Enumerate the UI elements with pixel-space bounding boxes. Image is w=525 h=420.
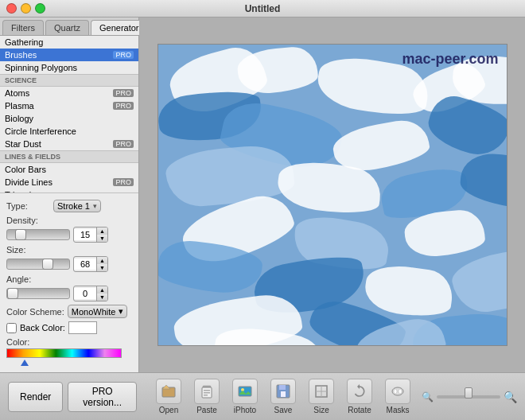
color-scheme-value: MonoWhite [72, 307, 116, 317]
zoom-thumb[interactable] [465, 387, 472, 399]
toolbar-save[interactable]: Save [266, 377, 301, 416]
left-panel: Filters Quartz Generators Gathering Brus… [0, 18, 139, 372]
tab-quartz[interactable]: Quartz [45, 20, 89, 35]
back-color-swatch[interactable] [68, 321, 97, 334]
angle-slider[interactable] [6, 288, 70, 299]
list-item-biology[interactable]: Biology [0, 112, 138, 125]
section-science: SCIENCE [0, 74, 138, 87]
pro-badge: PRO [113, 51, 134, 59]
list-item-gathering[interactable]: Gathering [0, 36, 138, 49]
toolbar-rotate[interactable]: Rotate [342, 377, 377, 416]
minimize-button[interactable] [21, 3, 31, 14]
open-label: Open [159, 406, 178, 414]
toolbar-paste[interactable]: Paste [189, 377, 224, 416]
back-color-label[interactable]: Back Color: [6, 323, 65, 333]
color-scheme-row: Color Scheme: MonoWhite ▾ [6, 305, 132, 318]
density-up[interactable]: ▲ [96, 228, 107, 235]
zoom-bar: 🔍 🔍 [422, 391, 517, 403]
list-item-plasma[interactable]: Plasma PRO [0, 99, 138, 112]
list-item-color-bars[interactable]: Color Bars [0, 163, 138, 176]
color-section: Color: [6, 337, 132, 366]
iphoto-label: iPhoto [234, 406, 256, 414]
size-up[interactable]: ▲ [96, 257, 107, 264]
density-slider[interactable] [6, 229, 70, 240]
list-item-atoms[interactable]: Atoms PRO [0, 87, 138, 99]
angle-row: 0 ▲ ▼ [6, 286, 132, 301]
color-gradient-bar[interactable] [6, 348, 122, 358]
type-label: Type: [6, 201, 50, 211]
list-item-spinning-polygons[interactable]: Spinning Polygons [0, 61, 138, 74]
toolbar-open[interactable]: Open [151, 377, 186, 416]
pro-badge-divide: PRO [113, 178, 134, 186]
list-item-brushes[interactable]: Brushes PRO [0, 49, 138, 61]
angle-up[interactable]: ▲ [96, 286, 107, 294]
density-stepper: 15 ▲ ▼ [73, 227, 108, 243]
list-item-star-dust[interactable]: Star Dust PRO [0, 138, 138, 150]
canvas-preview: mac-peer.com [158, 44, 508, 346]
svg-marker-16 [357, 384, 360, 389]
svg-rect-6 [204, 395, 208, 396]
list-item-circle-interference[interactable]: Circle Interference [0, 125, 138, 138]
render-button[interactable]: Render [8, 382, 63, 412]
svg-rect-5 [204, 392, 210, 394]
pro-badge-stardust: PRO [113, 140, 134, 148]
size-label: Size: [6, 245, 132, 255]
paste-icon [194, 379, 220, 404]
close-button[interactable] [6, 3, 17, 14]
paste-label: Paste [196, 406, 217, 414]
type-row: Type: Stroke 1 ▾ [6, 200, 132, 212]
size-icon [309, 379, 334, 404]
chevron-down-icon: ▾ [93, 202, 97, 210]
open-icon [156, 379, 181, 404]
rotate-icon [347, 379, 372, 404]
svg-point-18 [394, 389, 397, 394]
toolbar-masks[interactable]: Masks [380, 377, 415, 416]
angle-stepper: 0 ▲ ▼ [73, 286, 108, 301]
window-controls[interactable] [6, 3, 45, 14]
toolbar-size[interactable]: Size [304, 377, 339, 416]
tab-filters[interactable]: Filters [2, 20, 44, 35]
zoom-out-icon: 🔍 [422, 391, 434, 402]
list-item-divide-lines[interactable]: Divide Lines PRO [0, 176, 138, 189]
pro-badge-plasma: PRO [113, 102, 134, 110]
action-buttons: Render PRO version... [8, 382, 137, 412]
watermark-text: mac-peer.com [402, 51, 498, 68]
density-value: 15 [74, 229, 96, 240]
size-row: 68 ▲ ▼ [6, 256, 132, 272]
masks-label: Masks [387, 406, 410, 414]
size-stepper: 68 ▲ ▼ [73, 256, 108, 272]
section-lines: LINES & FIELDS [0, 150, 138, 163]
window-title: Untitled [245, 3, 281, 14]
back-color-row: Back Color: [6, 321, 132, 334]
title-bar: Untitled [0, 0, 525, 18]
chevron-down-icon: ▾ [119, 306, 123, 317]
density-row: 15 ▲ ▼ [6, 227, 132, 243]
type-select[interactable]: Stroke 1 ▾ [53, 200, 101, 212]
density-label: Density: [6, 216, 132, 225]
angle-value: 0 [74, 288, 96, 299]
density-down[interactable]: ▼ [96, 235, 107, 242]
gradient-pointer [21, 360, 29, 366]
svg-point-19 [399, 389, 402, 394]
size-down[interactable]: ▼ [96, 264, 107, 271]
color-scheme-select[interactable]: MonoWhite ▾ [68, 305, 128, 318]
main-layout: Filters Quartz Generators Gathering Brus… [0, 18, 525, 372]
color-scheme-label: Color Scheme: [6, 307, 64, 317]
toolbar-iphoto[interactable]: iPhoto [228, 377, 262, 416]
svg-rect-11 [279, 385, 286, 390]
back-color-checkbox[interactable] [6, 323, 17, 333]
zoom-in-icon: 🔍 [504, 391, 517, 403]
size-slider[interactable] [6, 259, 70, 270]
size-value: 68 [74, 259, 96, 270]
canvas-area: mac-peer.com [139, 18, 525, 372]
maximize-button[interactable] [35, 3, 45, 14]
type-select-value: Stroke 1 [57, 201, 90, 211]
pro-badge-atoms: PRO [113, 89, 134, 97]
angle-down[interactable]: ▼ [96, 294, 107, 301]
iphoto-icon [232, 379, 258, 404]
save-icon [270, 379, 296, 404]
generator-list: Gathering Brushes PRO Spinning Polygons … [0, 36, 138, 192]
bottom-toolbar: Render PRO version... Open Paste iPhoto [0, 372, 525, 420]
pro-button[interactable]: PRO version... [68, 382, 137, 412]
angle-label: Angle: [6, 274, 132, 284]
